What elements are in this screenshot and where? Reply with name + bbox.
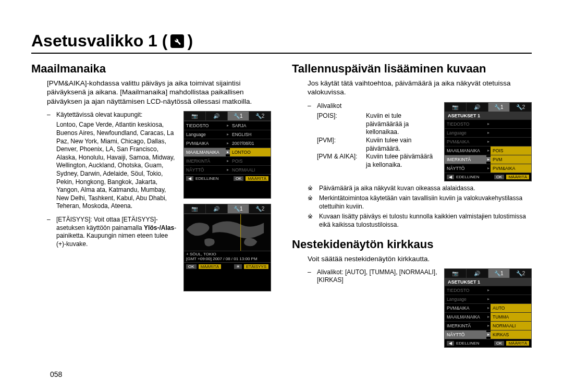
menu-row-value <box>491 298 531 301</box>
menu-row[interactable]: MAAILMANAIKA▸POIS <box>445 146 531 155</box>
dst-bold: Ylös-/Alas <box>144 224 174 231</box>
definition-row: [POIS]:Kuviin ei tule päivämäärää ja kel… <box>317 112 438 137</box>
menu-row-value <box>491 123 531 126</box>
menu-row[interactable]: IMERKINTÄ▸NORMAALI <box>445 321 531 330</box>
menu-row[interactable]: NÄYTTÖ▸NORMAALI <box>184 165 271 174</box>
menu-row-value: ENGLISH <box>230 130 271 139</box>
definition-term: [PVM]: <box>317 137 363 153</box>
lcd-worldtime-menu: 📷🔊🔧1🔧2 TIEDOSTO▸SARJALanguage▸ENGLISHPVM… <box>183 111 271 199</box>
lcd-tab[interactable]: 🔧2 <box>510 103 531 112</box>
lcd-tab[interactable]: 🔊 <box>467 103 488 112</box>
lcd-tab[interactable]: 🔧1 <box>488 103 510 112</box>
menu-row-label: TIEDOSTO <box>184 121 226 130</box>
chevron-right-icon: ▸ <box>486 305 491 310</box>
cities-list: Lontoo, Cape Verde, Atlantin keskiosa, B… <box>56 121 177 211</box>
back-key[interactable]: ◀ <box>186 176 193 181</box>
menu-row[interactable]: Language▸ <box>445 128 531 137</box>
note-row: ※Päivämäärä ja aika näkyvät kuvan oikeas… <box>308 185 532 193</box>
menu-row-label: TIEDOSTO <box>445 120 486 128</box>
menu-row-label: PVM&AIKA <box>445 138 486 146</box>
lcd-tab[interactable]: 🔊 <box>206 112 228 120</box>
lcd-tab[interactable]: 📷 <box>184 112 206 120</box>
menu-row[interactable]: PVM&AIKA▸ <box>445 137 531 146</box>
chevron-right-icon: ▸ <box>226 141 230 145</box>
lcd-tab[interactable]: 🔧2 <box>249 204 271 213</box>
menu-row[interactable]: MAAILMANAIKA▸LONTOO <box>184 148 271 156</box>
lcd-tab[interactable]: 🔊 <box>467 269 488 278</box>
lcd-tab[interactable]: 🔧1 <box>228 112 250 120</box>
set-label: MÄÄRITÄ <box>199 264 222 269</box>
menu-row[interactable]: MAAILMANAIKA▸TUMMA <box>445 312 531 321</box>
note-text: Kuvaan lisätty päiväys ei tulostu kunnol… <box>319 213 532 229</box>
menu-row-value: AUTO <box>491 304 531 312</box>
ok-key[interactable]: OK <box>234 176 244 181</box>
dst-label: ETÄISYYS <box>244 264 268 269</box>
lcd-tab[interactable]: 🔧1 <box>488 269 510 278</box>
menu-row-value: NORMAALI <box>491 322 531 330</box>
menu-row[interactable]: NÄYTTÖ▸KIRKAS <box>445 330 531 339</box>
definition-desc: Kuviin tulee päivämäärä ja kellonaika. <box>366 153 438 169</box>
lcd-tab[interactable]: 📷 <box>184 204 206 213</box>
menu-row-label: MAAILMANAIKA <box>184 148 226 156</box>
right-column: Tallennuspäivän lisääminen kuvaan Jos kä… <box>292 59 532 348</box>
menu-row-value: POIS <box>230 157 271 165</box>
page-title: Asetusvalikko 1 ( 1 ) <box>31 31 532 54</box>
chevron-right-icon: ▸ <box>486 121 491 126</box>
ok-key[interactable]: OK <box>494 341 505 346</box>
chevron-right-icon: ▸ <box>486 332 491 337</box>
lcd-tab[interactable]: 🔧1 <box>228 204 250 213</box>
map-gmt-line: [GMT +09:00] 2007 / 08 / 01 13:00 PM <box>186 257 268 262</box>
reference-mark-icon: ※ <box>308 185 315 193</box>
menu-row-value: SARJA <box>230 121 271 130</box>
menu-row-label: IMERKINTÄ <box>184 157 226 165</box>
lcd-tab[interactable]: 🔧2 <box>249 112 271 120</box>
menu-row-value: TUMMA <box>491 313 531 321</box>
lcd-brightness-menu: 📷🔊🔧1🔧2 ASETUKSET 1 TIEDOSTO▸Language▸PVM… <box>444 268 532 348</box>
menu-row[interactable]: Language▸ENGLISH <box>184 130 271 139</box>
menu-row-label: MAAILMANAIKA <box>445 146 486 155</box>
chevron-right-icon: ▸ <box>486 297 491 301</box>
menu-row[interactable]: TIEDOSTO▸ <box>445 119 531 128</box>
menu-row-label: PVM&AIKA <box>445 304 486 312</box>
note-row: ※Kuvaan lisätty päiväys ei tulostu kunno… <box>308 213 532 229</box>
menu-row[interactable]: NÄYTTÖ▸PVM&AIKA <box>445 164 531 173</box>
ok-key[interactable]: OK <box>186 264 197 269</box>
left-column: Maailmanaika [PVM&AIKA]-kohdassa valittu… <box>31 59 271 348</box>
lcd-tab[interactable]: 📷 <box>445 269 467 278</box>
set-label: MÄÄRITÄ <box>506 175 529 179</box>
menu-row-value: NORMAALI <box>230 166 271 174</box>
menu-row[interactable]: PVM&AIKA▸AUTO <box>445 303 531 312</box>
chevron-right-icon: ▸ <box>226 132 230 137</box>
dst-key[interactable]: ☀ <box>234 264 242 269</box>
lcd-header: ASETUKSET 1 <box>445 112 531 119</box>
menu-row-label: NÄYTTÖ <box>445 164 486 173</box>
menu-row[interactable]: TIEDOSTO▸ <box>445 286 531 295</box>
brightness-heading: Nestekidenäytön kirkkaus <box>292 238 532 251</box>
menu-row-label: Language <box>184 130 226 139</box>
lcd-worldtime-map: 📷🔊🔧1🔧2 + SÖUL, TOKIO [GMT +09:00] 2007 /… <box>183 204 271 291</box>
menu-row-value <box>491 140 531 143</box>
title-suffix: ) <box>187 31 193 51</box>
menu-row-value: 2007/08/01 <box>230 139 271 148</box>
menu-row[interactable]: IMERKINTÄ▸PVM <box>445 155 531 164</box>
menu-row[interactable]: Language▸ <box>445 295 531 303</box>
chevron-right-icon: ▸ <box>486 314 491 319</box>
menu-row[interactable]: PVM&AIKA▸2007/08/01 <box>184 139 271 148</box>
ok-key[interactable]: OK <box>494 175 505 179</box>
lcd-tab[interactable]: 🔧2 <box>510 269 531 278</box>
menu-row[interactable]: TIEDOSTO▸SARJA <box>184 121 271 130</box>
lcd-tab[interactable]: 🔊 <box>206 204 228 213</box>
back-key[interactable]: ◀ <box>447 341 454 346</box>
page-number: 058 <box>50 370 62 378</box>
lcd-header: ASETUKSET 1 <box>445 278 531 286</box>
back-key[interactable]: ◀ <box>447 175 454 179</box>
chevron-right-icon: ▸ <box>226 167 230 172</box>
submenus-bullet: – Alivalikot <box>308 102 438 111</box>
menu-row-value: PVM <box>491 155 531 164</box>
chevron-right-icon: ▸ <box>486 323 491 328</box>
lcd-tab[interactable]: 📷 <box>445 103 467 112</box>
world-time-heading: Maailmanaika <box>31 62 271 76</box>
reference-mark-icon: ※ <box>308 213 315 229</box>
imprint-intro: Jos käytät tätä vaihtoehtoa, päivämäärä … <box>308 79 532 97</box>
menu-row[interactable]: IMERKINTÄ▸POIS <box>184 156 271 165</box>
